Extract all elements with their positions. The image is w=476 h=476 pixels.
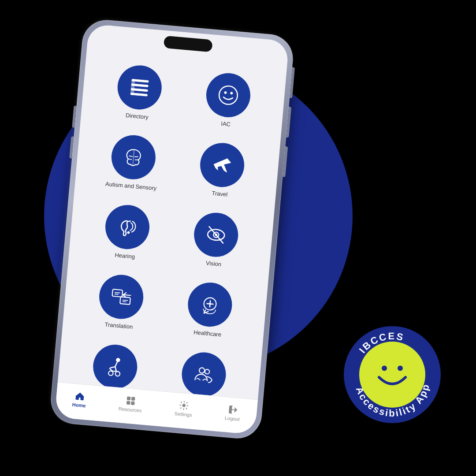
iac-label: IAC <box>221 120 231 128</box>
svg-line-18 <box>123 301 126 302</box>
directory-icon-circle <box>116 63 164 111</box>
svg-point-20 <box>116 358 120 362</box>
phone-outer-frame: Directory IAC Autism and Sensory Travel <box>49 18 295 440</box>
svg-point-32 <box>382 366 387 371</box>
svg-point-5 <box>218 85 238 105</box>
badge-inner-circle <box>359 342 425 408</box>
healthcare-label: Healthcare <box>193 329 222 338</box>
svg-point-24 <box>205 369 209 374</box>
svg-line-17 <box>123 300 128 301</box>
healthcare-icon-circle <box>186 281 234 328</box>
grid-item-iac[interactable]: IAC <box>182 63 273 137</box>
svg-point-33 <box>398 366 403 371</box>
svg-rect-4 <box>130 79 135 95</box>
translation-label: Translation <box>104 321 133 331</box>
badge-outer-circle: IBCCES Accessibility App <box>344 326 441 423</box>
grid-item-healthcare[interactable]: Healthcare <box>164 273 255 346</box>
svg-rect-27 <box>127 401 130 404</box>
directory-label: Directory <box>125 112 149 120</box>
plane-icon-circle <box>198 141 246 189</box>
grid-item-employment[interactable]: Employment <box>158 342 249 399</box>
phone-mockup: Directory IAC Autism and Sensory Travel <box>49 18 295 440</box>
nav-item-resources[interactable]: Resources <box>118 395 143 413</box>
svg-point-23 <box>199 368 205 373</box>
svg-point-31 <box>367 349 417 400</box>
brain-icon-circle <box>110 134 157 181</box>
nav-item-logout[interactable]: Logout <box>225 404 241 422</box>
home-nav-icon <box>74 391 85 402</box>
nav-item-home[interactable]: Home <box>72 391 87 409</box>
svg-rect-25 <box>127 397 130 400</box>
autism-sensory-label: Autism and Sensory <box>105 180 157 191</box>
svg-point-7 <box>231 92 233 95</box>
svg-line-14 <box>115 293 120 293</box>
svg-line-30 <box>232 409 237 410</box>
nav-label-settings: Settings <box>174 411 192 417</box>
hearing-icon-circle <box>104 203 151 251</box>
svg-point-22 <box>115 371 120 376</box>
settings-nav-icon <box>178 400 189 411</box>
nav-label-resources: Resources <box>118 406 141 413</box>
translation-icon-circle <box>97 273 145 320</box>
smiley-icon-circle <box>205 71 252 119</box>
svg-point-8 <box>127 231 130 234</box>
employment-icon-circle <box>180 350 227 398</box>
grid-item-hearing[interactable]: Hearing <box>82 195 172 269</box>
grid-item-vision[interactable]: Vision <box>170 203 261 277</box>
svg-point-6 <box>224 91 227 94</box>
ibcces-badge: IBCCES Accessibility App <box>344 326 441 423</box>
vision-icon-circle <box>192 211 240 259</box>
nav-label-logout: Logout <box>225 415 240 422</box>
resources-nav-icon <box>126 395 136 406</box>
svg-point-29 <box>182 404 185 407</box>
nav-item-settings[interactable]: Settings <box>174 400 193 417</box>
phone-screen: Directory IAC Autism and Sensory Travel <box>55 24 289 435</box>
svg-rect-26 <box>132 397 135 400</box>
screen-content: Directory IAC Autism and Sensory Travel <box>58 24 289 400</box>
grid-item-travel[interactable]: Travel <box>176 133 267 207</box>
mobility-icon-circle <box>91 343 139 390</box>
logout-nav-icon <box>228 405 238 415</box>
grid-item-translation[interactable]: Translation <box>75 265 166 338</box>
svg-rect-13 <box>112 289 123 297</box>
vision-label: Vision <box>205 260 221 268</box>
grid-item-directory[interactable]: Directory <box>94 56 185 129</box>
svg-rect-28 <box>131 402 134 405</box>
badge-smiley-icon <box>366 348 419 401</box>
nav-label-home: Home <box>72 402 86 409</box>
app-grid: Directory IAC Autism and Sensory Travel <box>64 51 278 399</box>
grid-item-autism-sensory[interactable]: Autism and Sensory <box>88 126 178 199</box>
hearing-label: Hearing <box>115 252 135 260</box>
svg-line-15 <box>115 294 119 294</box>
travel-label: Travel <box>212 190 228 198</box>
